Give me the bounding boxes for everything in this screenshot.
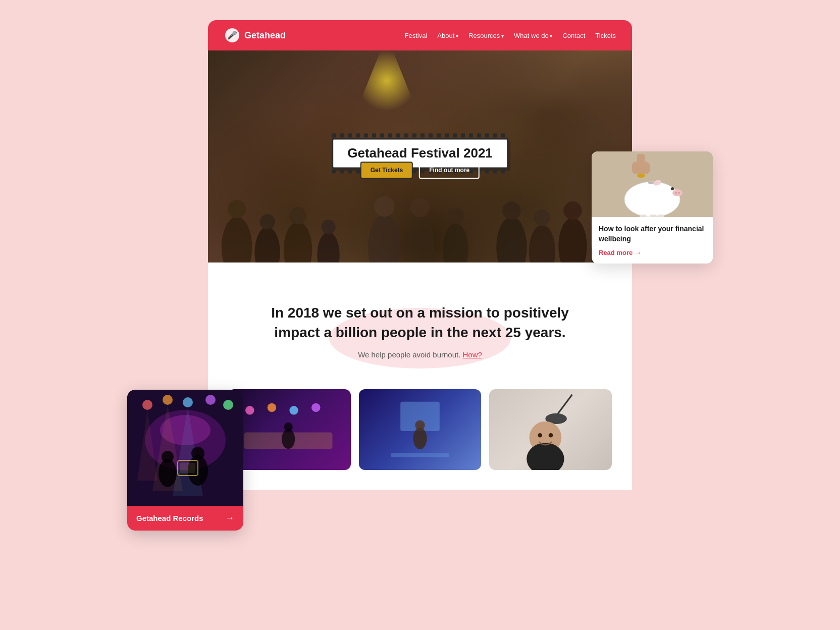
- hero-buttons: Get Tickets Find out more: [360, 162, 480, 179]
- sub-text: We help people avoid burnout. How?: [258, 350, 582, 359]
- read-more-link[interactable]: Read more: [599, 249, 706, 256]
- nav-links: Festival About Resources What we do Cont…: [405, 32, 616, 39]
- svg-point-4: [254, 227, 280, 262]
- card-inner-3: [489, 389, 612, 470]
- svg-point-38: [527, 443, 564, 470]
- article-card-body: How to look after your financial wellbei…: [592, 217, 713, 264]
- svg-point-10: [368, 214, 401, 262]
- svg-point-40: [548, 433, 552, 437]
- svg-point-24: [245, 406, 254, 414]
- svg-point-51: [678, 192, 680, 194]
- svg-point-39: [538, 433, 542, 437]
- svg-rect-34: [391, 453, 449, 457]
- svg-point-14: [443, 223, 468, 262]
- svg-point-18: [529, 225, 555, 262]
- card-inner-1: [228, 389, 351, 470]
- svg-point-29: [282, 429, 295, 449]
- get-tickets-button[interactable]: Get Tickets: [360, 162, 413, 179]
- svg-point-64: [159, 459, 177, 487]
- svg-rect-69: [180, 463, 195, 473]
- svg-point-33: [415, 421, 425, 430]
- svg-point-44: [637, 174, 645, 178]
- svg-point-27: [311, 403, 320, 412]
- article-card-image: [592, 151, 713, 217]
- svg-point-25: [268, 403, 276, 412]
- svg-point-2: [222, 217, 252, 262]
- svg-point-6: [284, 222, 312, 262]
- svg-point-32: [413, 428, 427, 450]
- svg-point-16: [496, 217, 527, 262]
- svg-rect-55: [657, 215, 664, 217]
- svg-point-11: [374, 196, 394, 217]
- bottom-card-music: [228, 389, 351, 470]
- svg-point-5: [259, 214, 275, 229]
- svg-point-49: [672, 189, 682, 196]
- stage-lights-svg: [233, 399, 343, 454]
- svg-rect-53: [640, 215, 647, 217]
- article-title: How to look after your financial wellbei…: [599, 224, 706, 244]
- svg-point-59: [142, 400, 152, 410]
- article-card: How to look after your financial wellbei…: [592, 151, 713, 264]
- svg-point-7: [289, 207, 306, 224]
- hero-section: Getahead Festival 2021 Get Tickets Find …: [208, 50, 632, 262]
- svg-rect-43: [632, 162, 650, 174]
- svg-point-67: [191, 447, 204, 460]
- svg-point-61: [183, 397, 193, 407]
- svg-point-48: [671, 187, 674, 190]
- bottom-card-person: [489, 389, 612, 470]
- svg-point-12: [406, 215, 434, 262]
- records-stage-svg: [127, 390, 243, 506]
- nav-festival[interactable]: Festival: [405, 32, 428, 39]
- svg-point-60: [163, 395, 173, 405]
- svg-point-15: [447, 207, 463, 224]
- svg-point-21: [563, 201, 582, 220]
- nav-resources[interactable]: Resources: [468, 32, 504, 39]
- svg-point-50: [675, 192, 677, 194]
- svg-point-13: [410, 198, 430, 217]
- logo-icon: 🎤: [224, 27, 240, 43]
- records-arrow: →: [225, 513, 234, 523]
- svg-point-30: [284, 423, 292, 431]
- nav-contact[interactable]: Contact: [562, 32, 585, 39]
- subtext-label: We help people avoid burnout.: [358, 350, 460, 359]
- svg-point-45: [624, 182, 680, 217]
- svg-point-26: [289, 406, 298, 414]
- how-link[interactable]: How?: [463, 350, 482, 359]
- nav-about[interactable]: About: [437, 32, 458, 39]
- nav-tickets[interactable]: Tickets: [595, 32, 616, 39]
- svg-point-8: [317, 232, 339, 262]
- logo[interactable]: 🎤 Getahead: [224, 27, 286, 43]
- mission-section: In 2018 we set out on a mission to posit…: [228, 293, 612, 379]
- records-footer[interactable]: Getahead Records →: [127, 506, 243, 531]
- svg-point-63: [223, 400, 233, 410]
- svg-point-3: [228, 200, 246, 218]
- person-svg: [508, 389, 594, 470]
- piggy-bank-svg: [592, 151, 713, 217]
- svg-text:🎤: 🎤: [227, 30, 237, 40]
- bottom-card-speaker: [359, 389, 482, 470]
- bottom-cards: [228, 379, 612, 470]
- nav-whatwedo[interactable]: What we do: [514, 32, 552, 39]
- find-out-more-button[interactable]: Find out more: [419, 162, 480, 179]
- svg-point-17: [502, 201, 520, 220]
- svg-point-65: [162, 451, 174, 463]
- svg-point-9: [321, 220, 335, 234]
- speaker-svg: [371, 397, 469, 460]
- svg-point-20: [558, 218, 587, 262]
- svg-point-19: [534, 209, 550, 226]
- hero-title: Getahead Festival 2021: [347, 145, 493, 161]
- svg-rect-54: [650, 215, 657, 217]
- svg-line-35: [556, 395, 572, 416]
- card-inner-2: [359, 389, 482, 470]
- records-card[interactable]: Getahead Records →: [127, 390, 243, 531]
- logo-text: Getahead: [244, 30, 286, 41]
- records-label: Getahead Records: [136, 514, 203, 522]
- svg-point-62: [205, 395, 216, 405]
- main-content: In 2018 we set out on a mission to posit…: [208, 262, 632, 490]
- records-image: [127, 390, 243, 506]
- navbar: 🎤 Getahead Festival About Resources What…: [208, 20, 632, 50]
- mission-text: In 2018 we set out on a mission to posit…: [258, 303, 582, 342]
